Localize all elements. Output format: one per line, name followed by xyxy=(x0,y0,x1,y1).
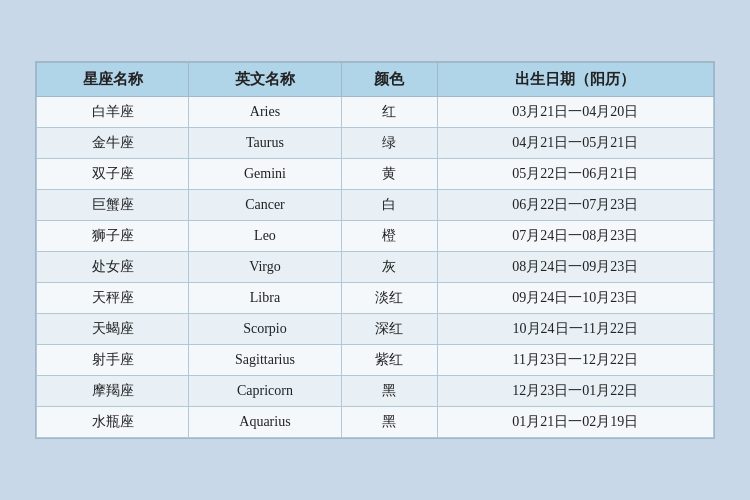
table-cell: 天秤座 xyxy=(37,283,189,314)
table-body: 白羊座Aries红03月21日一04月20日金牛座Taurus绿04月21日一0… xyxy=(37,97,714,438)
table-cell: 双子座 xyxy=(37,159,189,190)
table-cell: 06月22日一07月23日 xyxy=(437,190,713,221)
table-cell: 摩羯座 xyxy=(37,376,189,407)
table-cell: 03月21日一04月20日 xyxy=(437,97,713,128)
zodiac-table-container: 星座名称英文名称颜色出生日期（阳历） 白羊座Aries红03月21日一04月20… xyxy=(35,61,715,439)
table-row: 摩羯座Capricorn黑12月23日一01月22日 xyxy=(37,376,714,407)
table-header-cell: 出生日期（阳历） xyxy=(437,63,713,97)
table-row: 巨蟹座Cancer白06月22日一07月23日 xyxy=(37,190,714,221)
table-cell: 08月24日一09月23日 xyxy=(437,252,713,283)
table-cell: 深红 xyxy=(341,314,437,345)
table-row: 处女座Virgo灰08月24日一09月23日 xyxy=(37,252,714,283)
table-cell: 黑 xyxy=(341,407,437,438)
table-cell: 黑 xyxy=(341,376,437,407)
table-cell: Capricorn xyxy=(189,376,341,407)
table-row: 双子座Gemini黄05月22日一06月21日 xyxy=(37,159,714,190)
table-cell: 水瓶座 xyxy=(37,407,189,438)
table-cell: Libra xyxy=(189,283,341,314)
table-cell: 射手座 xyxy=(37,345,189,376)
table-cell: 09月24日一10月23日 xyxy=(437,283,713,314)
table-cell: 11月23日一12月22日 xyxy=(437,345,713,376)
table-cell: 07月24日一08月23日 xyxy=(437,221,713,252)
table-cell: Aquarius xyxy=(189,407,341,438)
table-cell: Leo xyxy=(189,221,341,252)
table-cell: 淡红 xyxy=(341,283,437,314)
table-header-row: 星座名称英文名称颜色出生日期（阳历） xyxy=(37,63,714,97)
table-row: 金牛座Taurus绿04月21日一05月21日 xyxy=(37,128,714,159)
table-cell: Virgo xyxy=(189,252,341,283)
table-cell: Scorpio xyxy=(189,314,341,345)
table-cell: 绿 xyxy=(341,128,437,159)
table-cell: 红 xyxy=(341,97,437,128)
table-cell: 金牛座 xyxy=(37,128,189,159)
table-cell: Taurus xyxy=(189,128,341,159)
table-cell: 狮子座 xyxy=(37,221,189,252)
table-cell: 白羊座 xyxy=(37,97,189,128)
table-cell: 黄 xyxy=(341,159,437,190)
table-cell: 紫红 xyxy=(341,345,437,376)
table-cell: 05月22日一06月21日 xyxy=(437,159,713,190)
table-cell: 灰 xyxy=(341,252,437,283)
table-row: 水瓶座Aquarius黑01月21日一02月19日 xyxy=(37,407,714,438)
table-cell: 处女座 xyxy=(37,252,189,283)
table-header-cell: 星座名称 xyxy=(37,63,189,97)
table-cell: 10月24日一11月22日 xyxy=(437,314,713,345)
table-cell: 白 xyxy=(341,190,437,221)
table-cell: 巨蟹座 xyxy=(37,190,189,221)
table-cell: Aries xyxy=(189,97,341,128)
table-cell: Gemini xyxy=(189,159,341,190)
table-row: 白羊座Aries红03月21日一04月20日 xyxy=(37,97,714,128)
table-header-cell: 颜色 xyxy=(341,63,437,97)
table-cell: 天蝎座 xyxy=(37,314,189,345)
table-cell: 橙 xyxy=(341,221,437,252)
table-row: 天蝎座Scorpio深红10月24日一11月22日 xyxy=(37,314,714,345)
table-cell: Sagittarius xyxy=(189,345,341,376)
table-cell: 01月21日一02月19日 xyxy=(437,407,713,438)
table-cell: 12月23日一01月22日 xyxy=(437,376,713,407)
table-row: 狮子座Leo橙07月24日一08月23日 xyxy=(37,221,714,252)
table-cell: Cancer xyxy=(189,190,341,221)
table-row: 天秤座Libra淡红09月24日一10月23日 xyxy=(37,283,714,314)
table-row: 射手座Sagittarius紫红11月23日一12月22日 xyxy=(37,345,714,376)
table-header-cell: 英文名称 xyxy=(189,63,341,97)
table-cell: 04月21日一05月21日 xyxy=(437,128,713,159)
zodiac-table: 星座名称英文名称颜色出生日期（阳历） 白羊座Aries红03月21日一04月20… xyxy=(36,62,714,438)
